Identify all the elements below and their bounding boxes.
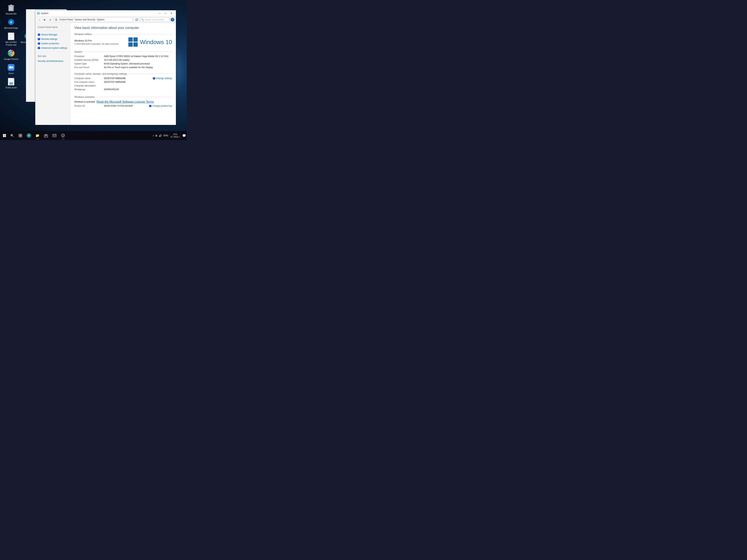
taskbar-clock[interactable]: 9:51 4.7.2021 г. — [169, 133, 182, 138]
win10-key-icon[interactable]: Win 10 PROProduct key — [4, 32, 19, 46]
workgroup-value: WORKGROUP — [104, 88, 153, 91]
computer-name-section: Computer name, domain, and workgroup set… — [74, 73, 172, 92]
taskbar-store[interactable] — [42, 132, 50, 140]
full-computer-name-row: Full computer name: DESKTOP-N88NAM8 — [74, 81, 153, 83]
svg-rect-24 — [19, 136, 20, 137]
notification-icon[interactable]: 💬 — [182, 134, 186, 137]
change-settings-button[interactable]: Change settings — [153, 77, 172, 80]
up-button[interactable]: ▲ — [48, 18, 52, 22]
sidebar-item-advanced-settings[interactable]: Advanced system settings — [35, 46, 70, 50]
windows-edition-title: Windows edition — [74, 33, 92, 35]
svg-rect-23 — [21, 134, 22, 135]
taskbar-mail[interactable] — [50, 132, 58, 140]
see-also-label: See also — [35, 53, 70, 59]
product-id-info: Product ID: 00330-52567-57229-AAOEM — [74, 105, 149, 107]
tray-speaker-icon[interactable]: 🔊 — [159, 134, 162, 137]
security-label: Security and Maintenance — [37, 60, 63, 62]
system-window-icon — [37, 12, 40, 15]
sidebar-item-security[interactable]: Security and Maintenance — [35, 59, 70, 63]
change-product-key-button[interactable]: Change product key — [149, 105, 172, 107]
google-chrome-image — [7, 49, 15, 57]
zoom-label: Zoom — [8, 72, 14, 75]
breadcrumb-home: 🏠 — [55, 18, 58, 21]
workgroup-row: Workgroup: WORKGROUP — [74, 88, 153, 91]
sidebar: Control Panel Home Device Manager Remote… — [35, 23, 71, 125]
maximize-button[interactable]: □ — [162, 10, 169, 16]
taskbar-explorer-icon: 📁 — [35, 134, 40, 138]
full-comp-name-label: Full computer name: — [74, 81, 104, 83]
full-comp-name-value: DESKTOP-N88NAM8 — [104, 81, 153, 83]
advanced-settings-shield-icon — [37, 47, 40, 49]
start-button[interactable] — [0, 131, 9, 140]
taskbar-search-button[interactable]: 🔍 — [9, 131, 16, 140]
svg-rect-14 — [11, 82, 13, 84]
tonkin-zoom-icon[interactable]: Tonkin zoom — [4, 78, 19, 89]
taskbar-security-icon — [61, 134, 65, 137]
windows-flag-icon — [128, 37, 138, 47]
license-terms-link[interactable]: Read the Microsoft Software License Term… — [97, 100, 154, 104]
sidebar-item-remote-settings[interactable]: Remote settings — [35, 37, 70, 41]
refresh-button[interactable]: 🔄 — [134, 18, 139, 22]
svg-rect-28 — [53, 134, 56, 137]
breadcrumb-system: System — [97, 18, 104, 21]
desktop: 📁 File Explorer Recycle Bin e — [0, 0, 187, 140]
breadcrumb-control-panel: Control Panel — [59, 18, 73, 21]
taskbar-store-icon — [44, 134, 48, 137]
system-tray-icons: ∧ 🖥 🔊 — [152, 134, 163, 137]
windows-activation-section: Windows activation Windows is activated … — [74, 96, 172, 107]
zoom-logo — [8, 64, 15, 71]
search-placeholder: Search Control Panel — [145, 19, 164, 21]
recycle-bin-icon[interactable]: Recycle Bin — [4, 4, 19, 15]
address-path[interactable]: 🏠 › Control Panel › System and Security … — [54, 18, 133, 22]
minimize-button[interactable]: — — [157, 10, 162, 16]
comp-name-value: DESKTOP-N88NAM8 — [104, 77, 153, 80]
change-product-shield-icon — [149, 105, 152, 107]
computer-name-content: Computer name: DESKTOP-N88NAM8 Full comp… — [74, 77, 172, 92]
taskbar-search-icon: 🔍 — [10, 134, 14, 137]
sidebar-heading: Control Panel Home — [35, 25, 70, 29]
product-id-value: 00330-52567-57229-AAOEM — [104, 105, 149, 107]
remote-settings-label: Remote settings — [41, 38, 57, 41]
edge-old-logo: e — [8, 19, 14, 25]
product-id-row: Product ID: 00330-52567-57229-AAOEM Chan… — [74, 105, 172, 107]
tonkin-zoom-image — [7, 78, 15, 86]
computer-name-header: Computer name, domain, and workgroup set… — [74, 73, 172, 75]
recycle-bin-image — [7, 4, 15, 12]
back-button[interactable]: ◀ — [37, 18, 41, 22]
ms-edge-old-icon[interactable]: e Microsoft Edge — [4, 18, 19, 29]
edition-copyright: © 2019 Microsoft Corporation. All rights… — [74, 43, 125, 45]
system-type-value: 64-bit Operating System, x64-based proce… — [104, 62, 172, 65]
svg-rect-1 — [9, 7, 10, 10]
svg-rect-11 — [9, 66, 12, 69]
section-line-3 — [129, 74, 172, 74]
search-icon: 🔍 — [141, 18, 144, 21]
windows10-text: Windows 10 — [140, 39, 172, 46]
taskbar-windows-security[interactable] — [59, 132, 67, 140]
taskbar-task-view[interactable] — [16, 132, 24, 140]
tray-up-arrow[interactable]: ∧ — [153, 135, 154, 137]
system-section-title: System — [74, 50, 82, 53]
zoom-icon[interactable]: Zoom — [4, 63, 19, 75]
taskbar-items: e 📁 — [16, 132, 67, 140]
win10-key-image — [7, 32, 15, 41]
recycle-bin-label: Recycle Bin — [6, 12, 17, 15]
section-line-2 — [84, 52, 172, 52]
help-button[interactable]: ? — [171, 18, 174, 22]
svg-point-9 — [10, 52, 12, 54]
close-button[interactable]: ✕ — [169, 10, 174, 16]
processor-label: Processor: — [74, 55, 104, 58]
sidebar-item-system-protection[interactable]: System protection — [35, 41, 70, 46]
forward-button[interactable]: ▶ — [43, 18, 47, 22]
svg-rect-2 — [10, 7, 11, 10]
search-box[interactable]: 🔍 Search Control Panel — [140, 18, 170, 22]
google-chrome-icon[interactable]: Google Chrome — [4, 49, 19, 60]
ms-edge-old-image: e — [7, 18, 15, 26]
taskbar-file-explorer[interactable]: 📁 — [33, 132, 42, 140]
breadcrumb-system-security: System and Security — [75, 18, 95, 21]
taskbar-edge[interactable]: e — [25, 132, 33, 140]
svg-rect-22 — [19, 134, 20, 135]
content-panel: View basic information about your comput… — [71, 23, 176, 125]
computer-name-title: Computer name, domain, and workgroup set… — [74, 73, 127, 75]
taskbar-lang: ENG — [163, 134, 168, 137]
sidebar-item-device-manager[interactable]: Device Manager — [35, 32, 70, 37]
